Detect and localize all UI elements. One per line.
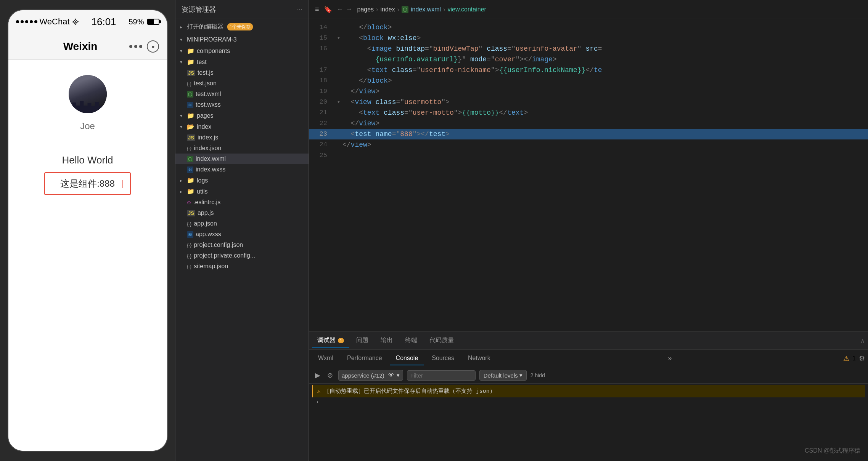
test-js-label: test.js bbox=[198, 69, 214, 76]
tab-debugger-label: 调试器 bbox=[317, 336, 336, 344]
logs-folder[interactable]: 📁 logs bbox=[175, 175, 309, 186]
nav-dots-icon[interactable] bbox=[129, 45, 142, 48]
console-warn-icon: ⚠ bbox=[317, 387, 321, 395]
play-btn[interactable]: ▶ bbox=[313, 370, 322, 381]
code-line-16: 16 <image bindtap="bindViewTap" class="u… bbox=[309, 43, 868, 54]
test-js-file[interactable]: JS test.js bbox=[175, 67, 309, 78]
tab-more-icon[interactable]: » bbox=[668, 354, 672, 362]
tab-terminal[interactable]: 终端 bbox=[400, 333, 423, 348]
open-editors-header[interactable]: 打开的编辑器 1个未保存 bbox=[175, 21, 309, 33]
debugger-panel: 调试器 1 问题 输出 终端 代码质量 ∧ Wxml Performance bbox=[309, 331, 868, 461]
block-btn[interactable]: ⊘ bbox=[326, 370, 334, 381]
debugger-top-tabs: 调试器 1 问题 输出 终端 代码质量 ∧ bbox=[309, 332, 868, 350]
back-icon[interactable]: ← bbox=[337, 5, 344, 13]
file-tree: 打开的编辑器 1个未保存 MINIPROGRAM-3 📁 components … bbox=[175, 19, 309, 461]
app-wxss-label: app.wxss bbox=[196, 231, 221, 238]
forward-icon[interactable]: → bbox=[346, 5, 353, 13]
test-json-file[interactable]: {·} test.json bbox=[175, 78, 309, 89]
breadcrumb-index[interactable]: index bbox=[380, 6, 395, 13]
eslintrc-file[interactable]: ⊙ .eslintrc.js bbox=[175, 197, 309, 208]
phone-status-right: 59% bbox=[129, 18, 159, 26]
code-line-22: 22 </view> bbox=[309, 118, 868, 129]
logs-label: logs bbox=[197, 177, 208, 184]
tab-debugger[interactable]: 调试器 1 bbox=[312, 333, 349, 348]
utils-folder[interactable]: 📁 utils bbox=[175, 186, 309, 197]
tab-quality[interactable]: 代码质量 bbox=[424, 333, 459, 348]
breadcrumb-pages[interactable]: pages bbox=[357, 6, 374, 13]
test-wxss-file[interactable]: ≋ test.wxss bbox=[175, 99, 309, 110]
console-toolbar: ▶ ⊘ appservice (#12) 👁 ▾ Default levels … bbox=[309, 367, 868, 384]
tab-sources[interactable]: Sources bbox=[426, 352, 460, 365]
project-private-file[interactable]: {·} project.private.config... bbox=[175, 250, 309, 261]
test-json-label: test.json bbox=[194, 80, 217, 87]
breadcrumb-file[interactable]: index.wxml bbox=[411, 6, 441, 13]
tab-sources-label: Sources bbox=[432, 355, 454, 361]
filter-input[interactable] bbox=[407, 370, 476, 381]
collapse-debugger-btn[interactable]: ∧ bbox=[860, 337, 865, 344]
index-wxml-icon: ⬡ bbox=[187, 156, 193, 162]
code-line-20: 20 ▾ <view class="usermotto"> bbox=[309, 97, 868, 107]
pages-folder[interactable]: 📁 pages bbox=[175, 110, 309, 121]
app-json-label: app.json bbox=[194, 220, 217, 227]
tab-wxml[interactable]: Wxml bbox=[312, 352, 339, 365]
index-js-file[interactable]: JS index.js bbox=[175, 132, 309, 143]
unsaved-badge: 1个未保存 bbox=[227, 23, 253, 30]
app-wxss-file[interactable]: ≋ app.wxss bbox=[175, 229, 309, 240]
levels-dropdown[interactable]: Default levels ▾ bbox=[479, 370, 527, 381]
logs-folder-icon: 📁 bbox=[187, 177, 194, 184]
eslintrc-label: .eslintrc.js bbox=[193, 199, 220, 206]
wechat-label: WeChat bbox=[40, 17, 70, 27]
index-json-file[interactable]: {·} index.json bbox=[175, 143, 309, 154]
code-line-19: 19 </view> bbox=[309, 86, 868, 97]
signal-dots bbox=[16, 20, 37, 23]
project-private-label: project.private.config... bbox=[194, 252, 255, 259]
phone-nav-icons[interactable]: ● bbox=[129, 40, 159, 53]
user-name: Joe bbox=[80, 121, 95, 131]
components-label: components bbox=[197, 48, 230, 54]
project-private-icon: {·} bbox=[187, 253, 191, 259]
service-selector[interactable]: appservice (#12) 👁 ▾ bbox=[338, 370, 403, 381]
app-js-file[interactable]: JS app.js bbox=[175, 208, 309, 218]
index-folder[interactable]: 📂 index bbox=[175, 121, 309, 132]
index-wxss-file[interactable]: ≋ index.wxss bbox=[175, 164, 309, 175]
index-wxml-file[interactable]: ⬡ index.wxml bbox=[175, 154, 309, 164]
components-folder[interactable]: 📁 components bbox=[175, 45, 309, 56]
open-editors-section: 打开的编辑器 1个未保存 bbox=[175, 21, 309, 33]
console-warning-text: ［自动热重载］已开启代码文件保存后自动热重载（不支持 json） bbox=[324, 387, 495, 395]
console-warning: ⚠ ［自动热重载］已开启代码文件保存后自动热重载（不支持 json） bbox=[312, 385, 865, 397]
tab-performance[interactable]: Performance bbox=[341, 352, 388, 365]
service-eye-icon: 👁 bbox=[388, 372, 394, 379]
toolbar-nav[interactable]: ← → bbox=[337, 5, 353, 13]
phone-status-left: WeChat 令 bbox=[16, 17, 79, 27]
test-wxml-file[interactable]: ⬡ test.wxml bbox=[175, 89, 309, 99]
service-dropdown-icon: ▾ bbox=[397, 372, 400, 379]
console-prompt-icon: › bbox=[316, 399, 319, 405]
record-icon[interactable]: ● bbox=[147, 40, 159, 53]
index-json-label: index.json bbox=[194, 145, 221, 152]
test-label: test bbox=[197, 59, 207, 66]
test-folder[interactable]: 📁 test bbox=[175, 56, 309, 67]
sitemap-file[interactable]: {·} sitemap.json bbox=[175, 261, 309, 272]
tab-output[interactable]: 输出 bbox=[375, 333, 398, 348]
project-config-icon: {·} bbox=[187, 242, 191, 248]
console-input-line: › bbox=[312, 397, 865, 407]
settings-icon[interactable]: ⚙ bbox=[859, 354, 865, 363]
bookmark-icon[interactable]: 🔖 bbox=[324, 5, 332, 14]
breadcrumb-sep-1: › bbox=[376, 6, 378, 13]
tab-issues[interactable]: 问题 bbox=[351, 333, 374, 348]
index-wxss-icon: ≋ bbox=[187, 166, 193, 173]
code-editor: 14 </block> 15 ▾ <block wx:else> 16 <ima… bbox=[309, 19, 868, 331]
app-wxss-icon: ≋ bbox=[187, 231, 193, 238]
tab-network[interactable]: Network bbox=[462, 352, 497, 365]
code-line-25: 25 bbox=[309, 150, 868, 161]
project-config-file[interactable]: {·} project.config.json bbox=[175, 240, 309, 250]
app-json-file[interactable]: {·} app.json bbox=[175, 218, 309, 229]
list-icon[interactable]: ≡ bbox=[315, 5, 319, 13]
file-panel-menu-icon[interactable]: ··· bbox=[296, 5, 302, 14]
tab-quality-label: 代码质量 bbox=[429, 336, 454, 344]
pages-chevron bbox=[180, 113, 185, 118]
json-icon: {·} bbox=[187, 81, 191, 86]
tab-console[interactable]: Console bbox=[390, 352, 424, 365]
project-header[interactable]: MINIPROGRAM-3 bbox=[175, 34, 309, 45]
code-area: 14 </block> 15 ▾ <block wx:else> 16 <ima… bbox=[309, 19, 868, 331]
